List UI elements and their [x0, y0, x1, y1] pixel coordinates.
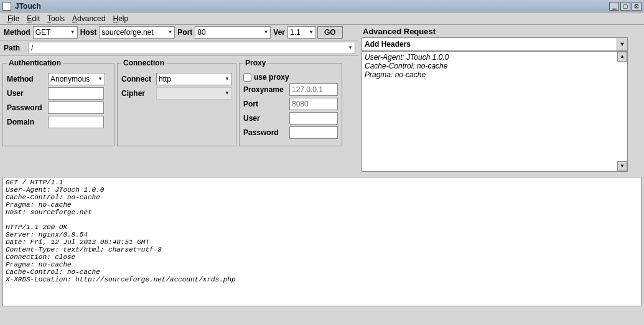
request-toolbar: Method GET Host sourceforge.net Port 80 …	[0, 25, 358, 40]
auth-user-input[interactable]	[48, 87, 104, 100]
scroll-up-icon[interactable]: ▲	[617, 52, 627, 62]
proxy-legend: Proxy	[243, 59, 268, 67]
auth-domain-input[interactable]	[48, 116, 104, 128]
host-select[interactable]: sourceforge.net	[99, 26, 175, 39]
method-select[interactable]: GET	[33, 26, 78, 39]
auth-group: Authentication Method Anonymous User Pas…	[2, 59, 114, 146]
add-headers-dropdown[interactable]: Add Headers	[362, 37, 617, 51]
proxy-group: Proxy use proxy Proxyname Port User Pass…	[239, 59, 342, 146]
auth-password-label: Password	[7, 103, 45, 112]
menu-bar: File Edit Tools Advanced Help	[0, 12, 644, 25]
close-button[interactable]: ⊠	[632, 2, 642, 11]
title-bar: JTouch ▁ ▢ ⊠	[0, 0, 644, 12]
auth-method-label: Method	[7, 75, 45, 83]
cipher-select[interactable]	[156, 87, 232, 100]
cipher-label: Cipher	[121, 89, 154, 98]
host-label: Host	[79, 28, 98, 37]
conn-group: Connection Connect http Cipher	[117, 59, 236, 146]
maximize-button[interactable]: ▢	[620, 2, 630, 11]
auth-user-label: User	[7, 89, 45, 98]
menu-help[interactable]: Help	[109, 13, 132, 24]
auth-method-select[interactable]: Anonymous	[48, 73, 105, 85]
menu-edit[interactable]: Edit	[23, 13, 44, 24]
path-label: Path	[2, 44, 27, 52]
use-proxy-checkbox[interactable]	[243, 73, 251, 82]
minimize-button[interactable]: ▁	[609, 2, 619, 11]
connect-label: Connect	[121, 75, 154, 83]
menu-advanced[interactable]: Advanced	[68, 13, 109, 24]
path-toolbar: Path /	[0, 40, 358, 56]
menu-tools[interactable]: Tools	[44, 13, 68, 24]
proxy-password-input[interactable]	[289, 126, 338, 139]
port-label: Port	[176, 28, 194, 37]
port-select[interactable]: 80	[195, 26, 271, 39]
headers-textarea[interactable]: User-Agent: JTouch 1.0.0 Cache-Control: …	[362, 51, 628, 172]
path-select[interactable]: /	[29, 42, 355, 54]
proxyname-input[interactable]	[289, 83, 338, 96]
use-proxy-label: use proxy	[254, 73, 289, 82]
auth-legend: Authentication	[7, 59, 63, 67]
proxy-port-label: Port	[243, 100, 287, 108]
auth-password-input[interactable]	[48, 101, 104, 114]
ver-select[interactable]: 1.1	[287, 26, 316, 39]
add-headers-label: Add Headers	[365, 40, 411, 49]
proxy-user-input[interactable]	[289, 112, 338, 125]
go-button[interactable]: GO	[317, 26, 343, 39]
output-textarea[interactable]: GET / HTTP/1.1 User-Agent: JTouch 1.0.0 …	[2, 177, 642, 306]
menu-file[interactable]: File	[4, 13, 23, 24]
scroll-down-icon[interactable]: ▼	[617, 161, 627, 171]
auth-domain-label: Domain	[7, 118, 45, 126]
proxy-port-input[interactable]	[289, 98, 338, 110]
chevron-down-icon[interactable]: ▼	[617, 37, 628, 51]
method-label: Method	[2, 28, 32, 37]
ver-label: Ver	[272, 28, 286, 37]
connect-select[interactable]: http	[156, 73, 232, 85]
proxy-password-label: Password	[243, 128, 287, 137]
window-title: JTouch	[15, 2, 608, 11]
app-icon	[2, 2, 11, 11]
proxy-user-label: User	[243, 114, 287, 123]
proxyname-label: Proxyname	[243, 85, 287, 94]
advanced-request-title: Advanced Request	[362, 26, 628, 37]
conn-legend: Connection	[121, 59, 166, 67]
